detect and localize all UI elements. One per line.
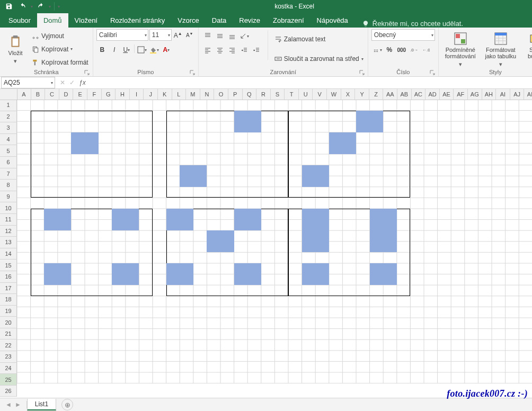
column-header[interactable]: AB (397, 89, 412, 100)
row-header[interactable]: 20 (0, 317, 17, 328)
column-header[interactable]: P (228, 89, 243, 100)
name-box[interactable]: AQ25▾ (1, 77, 55, 88)
paste-button[interactable]: Vložit ▾ (3, 29, 28, 69)
dialog-launcher-icon[interactable] (430, 70, 435, 75)
column-header[interactable]: F (87, 89, 102, 100)
dialog-launcher-icon[interactable] (359, 70, 365, 75)
tab-zobrazení[interactable]: Zobrazení (267, 13, 311, 28)
increase-decimal-button[interactable]: .0→ (408, 44, 420, 55)
row-header[interactable]: 15 (0, 260, 17, 271)
align-right-button[interactable] (226, 45, 238, 56)
column-header[interactable]: S (271, 89, 285, 100)
tab-revize[interactable]: Revize (233, 13, 267, 28)
row-header[interactable]: 14 (0, 248, 17, 260)
column-header[interactable]: G (102, 89, 116, 100)
column-header[interactable]: N (200, 89, 215, 100)
column-header[interactable]: AC (412, 89, 426, 100)
increase-font-button[interactable]: A▲ (173, 30, 183, 40)
row-header[interactable]: 4 (0, 134, 17, 146)
increase-indent-button[interactable] (251, 45, 262, 56)
dialog-launcher-icon[interactable] (84, 70, 90, 75)
tab-data[interactable]: Data (206, 13, 233, 28)
orientation-button[interactable]: ▾ (238, 31, 250, 41)
sheet-tab-active[interactable]: List1 (27, 399, 56, 410)
insert-function-button[interactable]: ƒx (77, 79, 87, 86)
column-header[interactable]: AE (440, 89, 454, 100)
column-header[interactable]: E (73, 89, 87, 100)
row-header[interactable]: 7 (0, 168, 17, 180)
column-header[interactable]: I (130, 89, 144, 100)
column-header[interactable]: B (31, 89, 46, 100)
column-header[interactable]: M (186, 89, 200, 100)
column-header[interactable]: V (313, 89, 327, 100)
redo-dropdown[interactable]: ▾ (49, 4, 51, 9)
align-left-button[interactable] (202, 45, 214, 56)
comma-button[interactable]: 000 (396, 44, 407, 55)
row-header[interactable]: 6 (0, 157, 17, 168)
row-header[interactable]: 10 (0, 202, 17, 214)
column-header[interactable]: Q (243, 89, 257, 100)
column-header[interactable]: Z (369, 89, 384, 100)
accounting-format-button[interactable]: ⚏▾ (371, 44, 383, 55)
row-header[interactable]: 11 (0, 214, 17, 226)
column-header[interactable]: Y (355, 89, 369, 100)
cells-grid[interactable] (17, 100, 532, 398)
row-header[interactable]: 13 (0, 237, 17, 248)
undo-button[interactable] (17, 1, 29, 12)
copy-button[interactable]: Kopírovat ▾ (31, 45, 90, 53)
column-header[interactable]: U (299, 89, 313, 100)
dialog-launcher-icon[interactable] (190, 70, 195, 75)
column-header[interactable]: AI (496, 89, 510, 100)
undo-dropdown[interactable]: ▾ (31, 4, 33, 9)
decrease-indent-button[interactable] (238, 45, 250, 56)
number-format-combo[interactable]: Obecný▾ (371, 29, 435, 41)
underline-button[interactable]: U▾ (121, 44, 132, 55)
row-header[interactable]: 12 (0, 226, 17, 237)
column-header[interactable]: D (59, 89, 74, 100)
column-header[interactable]: X (341, 89, 356, 100)
font-color-button[interactable]: A▾ (161, 44, 172, 55)
tab-soubor[interactable]: Soubor (2, 13, 37, 28)
row-header[interactable]: 23 (0, 351, 17, 363)
column-header[interactable]: C (45, 89, 59, 100)
sheet-nav-prev[interactable]: ◄ (4, 401, 13, 408)
row-header[interactable]: 5 (0, 145, 17, 157)
column-header[interactable]: A (17, 89, 31, 100)
row-header[interactable]: 25 (0, 374, 17, 386)
save-button[interactable] (3, 1, 15, 12)
column-header[interactable]: H (116, 89, 130, 100)
decrease-font-button[interactable]: A▼ (184, 30, 195, 40)
row-header[interactable]: 16 (0, 271, 17, 283)
column-header[interactable]: J (144, 89, 158, 100)
redo-button[interactable] (35, 1, 47, 12)
add-sheet-button[interactable]: ⊕ (61, 399, 73, 410)
copy-dropdown[interactable]: ▾ (70, 47, 73, 51)
row-header[interactable]: 8 (0, 180, 17, 191)
column-header[interactable]: AJ (510, 89, 525, 100)
format-painter-button[interactable]: Kopírovat formát (31, 58, 90, 67)
column-header[interactable]: K (158, 89, 172, 100)
row-headers[interactable]: 1234567891011121314151617181920212223242… (0, 100, 17, 398)
merge-dropdown[interactable]: ▾ (361, 57, 363, 61)
formula-input[interactable] (90, 77, 532, 88)
column-header[interactable]: AA (383, 89, 397, 100)
select-all-button[interactable] (0, 89, 17, 100)
row-header[interactable]: 19 (0, 306, 17, 317)
worksheet-area[interactable]: ABCDEFGHIJKLMNOPQRSTUVWXYZAAABACADAEAFAG… (0, 89, 532, 398)
format-as-table-button[interactable]: Formátovat jako tabulku▾ (482, 29, 519, 69)
cell-styles-button[interactable]: Styly buňky▾ (522, 29, 532, 69)
tab-vložení[interactable]: Vložení (68, 13, 104, 28)
conditional-formatting-button[interactable]: Podmíněné formátování▾ (442, 29, 479, 69)
row-header[interactable]: 17 (0, 283, 17, 294)
decrease-decimal-button[interactable]: ←.0 (420, 44, 432, 55)
fill-color-button[interactable]: ▾ (148, 44, 160, 55)
column-header[interactable]: AK (524, 89, 532, 100)
column-header[interactable]: AG (468, 89, 482, 100)
row-header[interactable]: 2 (0, 111, 17, 123)
wrap-text-button[interactable]: Zalamovat text (273, 35, 365, 43)
align-top-button[interactable] (202, 31, 214, 41)
borders-button[interactable]: ▾ (136, 44, 148, 55)
font-name-combo[interactable]: Calibri▾ (96, 29, 148, 41)
column-header[interactable]: R (256, 89, 271, 100)
align-bottom-button[interactable] (226, 31, 238, 41)
